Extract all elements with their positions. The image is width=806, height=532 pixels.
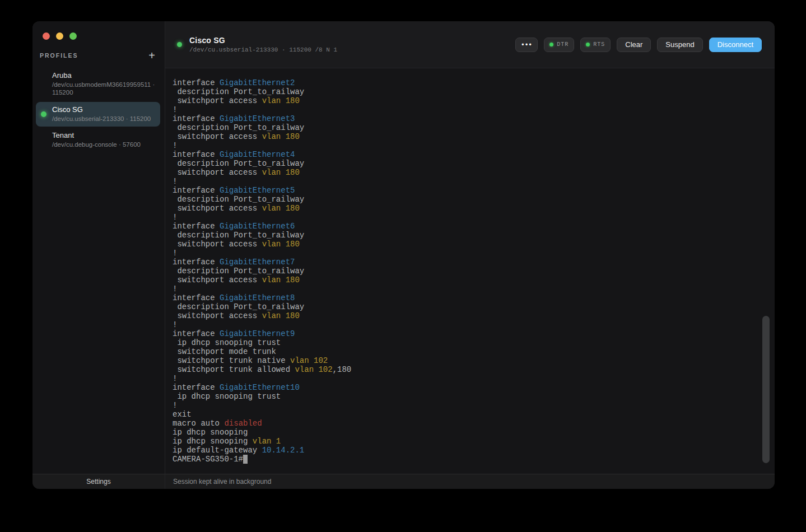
terminal-line: description Port_to_railway <box>173 159 758 168</box>
terminal-line: ! <box>173 105 758 114</box>
rts-label: RTS <box>593 41 605 48</box>
terminal-line: ! <box>173 320 758 329</box>
connected-status-dot <box>41 111 46 117</box>
terminal-line: description Port_to_railway <box>173 231 758 240</box>
session-subtitle: /dev/cu.usbserial-213330 · 115200 /8 N 1 <box>189 46 337 53</box>
session-actions: ••• DTR RTS Clear Suspend Disconnect <box>515 38 762 52</box>
terminal-line: interface GigabitEthernet10 <box>173 383 758 392</box>
app-window: PROFILES + Aruba /dev/cu.usbmodemM366199… <box>32 21 775 489</box>
terminal-line: switchport access vlan 180 <box>173 96 758 105</box>
terminal-line: switchport trunk allowed vlan 102,180 <box>173 365 758 374</box>
terminal-line: ! <box>173 213 758 222</box>
clear-button[interactable]: Clear <box>617 38 651 52</box>
suspend-button[interactable]: Suspend <box>657 38 702 52</box>
settings-area: Settings <box>32 474 165 489</box>
dtr-status-dot <box>549 43 553 46</box>
terminal-line: description Port_to_railway <box>173 87 758 96</box>
terminal-output[interactable]: interface GigabitEthernet2 description P… <box>165 68 775 474</box>
terminal-line: description Port_to_railway <box>173 123 758 132</box>
terminal-line: ! <box>173 141 758 150</box>
terminal-line: description Port_to_railway <box>173 302 758 311</box>
profile-item-tenant[interactable]: Tenant /dev/cu.debug-console · 57600 <box>36 128 160 153</box>
dtr-label: DTR <box>557 41 569 48</box>
profile-name: Aruba <box>52 71 157 80</box>
profile-name: Cisco SG <box>52 105 157 114</box>
close-window-button[interactable] <box>43 32 50 40</box>
sidebar: PROFILES + Aruba /dev/cu.usbmodemM366199… <box>32 21 165 474</box>
terminal-line: interface GigabitEthernet8 <box>173 293 758 302</box>
terminal-line: ip dhcp snooping <box>173 428 758 437</box>
profile-item-aruba[interactable]: Aruba /dev/cu.usbmodemM36619959511 · 115… <box>36 68 160 101</box>
terminal-line: interface GigabitEthernet4 <box>173 150 758 159</box>
terminal-line: interface GigabitEthernet6 <box>173 222 758 231</box>
terminal-line: switchport access vlan 180 <box>173 311 758 320</box>
session-pane: Cisco SG /dev/cu.usbserial-213330 · 1152… <box>165 21 775 474</box>
terminal-line: ! <box>173 284 758 293</box>
session-title: Cisco SG <box>189 36 337 45</box>
more-options-button[interactable]: ••• <box>515 38 538 52</box>
session-header: Cisco SG /dev/cu.usbserial-213330 · 1152… <box>165 21 775 68</box>
terminal-line: ! <box>173 374 758 383</box>
status-bar: Settings Session kept alive in backgroun… <box>32 474 775 489</box>
terminal-line: interface GigabitEthernet7 <box>173 258 758 267</box>
terminal-line: interface GigabitEthernet3 <box>173 114 758 123</box>
terminal-line: switchport access vlan 180 <box>173 168 758 177</box>
status-message: Session kept alive in background <box>173 478 271 486</box>
terminal-line: interface GigabitEthernet9 <box>173 329 758 338</box>
session-titles: Cisco SG /dev/cu.usbserial-213330 · 1152… <box>189 36 337 53</box>
profile-item-cisco-sg[interactable]: Cisco SG /dev/cu.usbserial-213330 · 1152… <box>36 102 160 127</box>
terminal-line: description Port_to_railway <box>173 267 758 276</box>
terminal-line: macro auto disabled <box>173 419 758 428</box>
terminal-line: ip dhcp snooping vlan 1 <box>173 437 758 446</box>
terminal-line: interface GigabitEthernet5 <box>173 186 758 195</box>
rts-toggle[interactable]: RTS <box>580 38 611 52</box>
profile-detail: /dev/cu.usbserial-213330 · 115200 <box>52 115 157 123</box>
ellipsis-icon: ••• <box>521 41 533 49</box>
terminal-line: description Port_to_railway <box>173 195 758 204</box>
terminal-line: exit <box>173 410 758 419</box>
terminal-line: ! <box>173 249 758 258</box>
settings-button[interactable]: Settings <box>86 478 110 486</box>
profile-detail: /dev/cu.debug-console · 57600 <box>52 141 157 149</box>
terminal-line: ip dhcp snooping trust <box>173 338 758 347</box>
terminal-line: ip dhcp snooping trust <box>173 392 758 401</box>
terminal-line: switchport access vlan 180 <box>173 240 758 249</box>
terminal-line: switchport access vlan 180 <box>173 276 758 284</box>
profiles-header: PROFILES + <box>32 40 165 59</box>
add-profile-button[interactable]: + <box>147 52 157 59</box>
window-controls <box>32 21 165 40</box>
disconnect-button[interactable]: Disconnect <box>709 38 762 52</box>
scrollbar-thumb[interactable] <box>762 316 770 463</box>
terminal-cursor <box>243 455 248 464</box>
terminal-line: ! <box>173 401 758 410</box>
terminal-line: ip default-gateway 10.14.2.1 <box>173 446 758 455</box>
terminal-line: switchport access vlan 180 <box>173 132 758 141</box>
connection-status-dot <box>177 42 182 47</box>
dtr-toggle[interactable]: DTR <box>544 38 574 52</box>
profile-list: Aruba /dev/cu.usbmodemM36619959511 · 115… <box>32 68 165 153</box>
minimize-window-button[interactable] <box>56 32 63 40</box>
terminal-line: CAMERA-SG350-1# <box>173 455 758 464</box>
terminal-line: switchport mode trunk <box>173 347 758 356</box>
terminal-line: interface GigabitEthernet2 <box>173 78 758 87</box>
terminal-line: switchport trunk native vlan 102 <box>173 356 758 365</box>
rts-status-dot <box>586 43 590 46</box>
terminal-line: ! <box>173 177 758 186</box>
zoom-window-button[interactable] <box>69 32 77 40</box>
terminal-line: switchport access vlan 180 <box>173 204 758 213</box>
profiles-heading: PROFILES <box>40 52 78 59</box>
profile-name: Tenant <box>52 131 157 139</box>
status-message-area: Session kept alive in background <box>165 474 775 489</box>
profile-detail: /dev/cu.usbmodemM36619959511 · 115200 <box>52 81 157 97</box>
